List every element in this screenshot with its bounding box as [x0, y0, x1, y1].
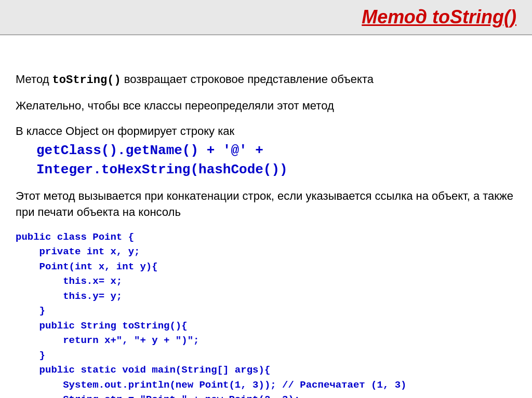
code-line: public class Point {	[16, 230, 516, 245]
code-line: String str = "Point " + new Point(2, 3);	[16, 392, 516, 398]
code-line: }	[16, 304, 516, 319]
code-block: public class Point { private int x, y; P…	[16, 230, 516, 398]
code-line: }	[16, 348, 516, 363]
p1-suffix: возвращает строковое представление объек…	[121, 73, 374, 86]
paragraph-1: Метод toString() возвращает строковое пр…	[16, 72, 516, 89]
code-line: System.out.println(new Point(1, 3)); // …	[16, 378, 516, 393]
code-line: this.y= y;	[16, 289, 516, 304]
p1-prefix: Метод	[16, 73, 52, 86]
code-line: private int x, y;	[16, 244, 516, 259]
p3-code: getClass().getName() + '@' + Integer.toH…	[36, 141, 516, 179]
paragraph-2: Желательно, чтобы все классы переопредел…	[16, 98, 516, 114]
slide: Метод toString() Метод toString() возвра…	[0, 0, 532, 398]
code-line: Point(int x, int y){	[16, 259, 516, 275]
content-area: Метод toString() возвращает строковое пр…	[16, 72, 516, 398]
code-line: return x+", "+ y + ")";	[16, 333, 516, 348]
paragraph-3: В классе Object он формирует строку как …	[16, 123, 516, 180]
paragraph-4: Этот метод вызывается при конкатенации с…	[16, 188, 516, 221]
code-line: this.x= x;	[16, 274, 516, 289]
code-line: public static void main(String[] args){	[16, 363, 516, 378]
p1-bold: toString()	[52, 74, 121, 87]
code-line: public String toString(){	[16, 319, 516, 334]
title-bar: Метод toString()	[0, 0, 532, 35]
p3-prefix: В классе Object он формирует строку как	[16, 125, 234, 138]
slide-title: Метод toString()	[362, 6, 516, 28]
